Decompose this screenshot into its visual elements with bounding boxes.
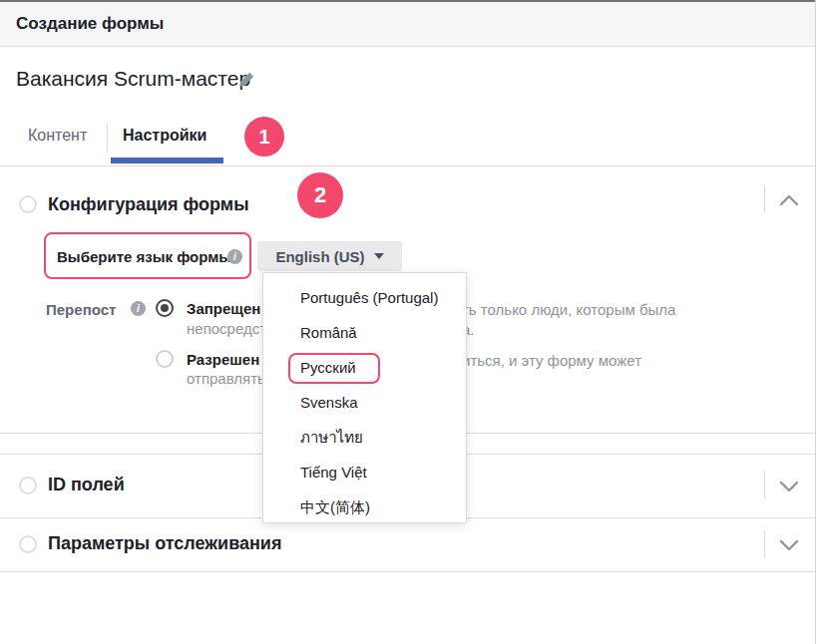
repost-allowed-desc-line2-left: отправлять [187, 370, 265, 387]
section-fieldids-circle[interactable] [19, 477, 37, 494]
active-tab-underline [111, 158, 223, 163]
tabs-bottom-border [0, 165, 815, 166]
language-select-button[interactable]: English (US) [257, 241, 402, 271]
tab-content[interactable]: Контент [28, 127, 87, 145]
section-fieldids-separator [764, 472, 765, 499]
section-config-separator [764, 185, 765, 213]
section-tracking-title[interactable]: Параметры отслеживания [48, 533, 281, 554]
dialog-header: Создание формы [0, 2, 815, 47]
dropdown-option-romana[interactable]: Română [263, 315, 466, 350]
repost-label: Перепост [46, 301, 116, 318]
info-icon[interactable]: i [131, 301, 146, 316]
form-builder-window: Создание формы Вакансия Scrum-мастер Кон… [0, 0, 816, 644]
repost-allowed-desc-line1: иться, и эту форму может [462, 352, 641, 369]
annotation-step-1-badge: 1 [244, 117, 284, 157]
annotation-russian-outline [288, 353, 380, 384]
chevron-down-icon[interactable] [776, 532, 802, 562]
language-selected-value: English (US) [275, 248, 364, 265]
tracking-section-bottom-border [0, 571, 815, 572]
radio-repost-allowed[interactable] [156, 350, 174, 368]
dropdown-option-svenska[interactable]: Svenska [263, 385, 466, 420]
repost-restricted-desc-line1: ть только люди, которым была [462, 301, 675, 318]
tab-settings[interactable]: Настройки [123, 127, 206, 145]
dialog-title: Создание формы [16, 2, 164, 46]
pencil-icon[interactable] [237, 70, 256, 93]
chevron-up-icon[interactable] [776, 187, 802, 217]
dropdown-option-chinese[interactable]: 中文(简体) [263, 489, 466, 524]
repost-restricted-desc-line2-left: непосредст [187, 320, 266, 337]
section-tracking-circle[interactable] [19, 535, 37, 553]
radio-repost-restricted[interactable] [156, 299, 174, 317]
dropdown-option-vietnamese[interactable]: Tiếng Việt [263, 455, 466, 489]
annotation-step-2-badge: 2 [297, 172, 343, 218]
tab-divider [107, 122, 108, 152]
caret-down-icon [374, 253, 384, 259]
annotation-language-outline [44, 232, 251, 279]
repost-option-allowed-label: Разрешен [187, 351, 259, 368]
section-config-title[interactable]: Конфигурация формы [48, 194, 249, 215]
section-tracking-separator [764, 530, 765, 558]
language-dropdown-menu: Português (Portugal) Română Русский Sven… [262, 272, 467, 523]
form-name: Вакансия Scrum-мастер [16, 67, 250, 91]
dropdown-option-portugues[interactable]: Português (Portugal) [263, 280, 466, 315]
section-config-circle[interactable] [19, 195, 37, 213]
repost-option-restricted-label: Запрещен [187, 300, 260, 317]
section-fieldids-title[interactable]: ID полей [48, 475, 125, 495]
chevron-down-icon[interactable] [776, 474, 802, 503]
dropdown-option-thai[interactable]: ภาษาไทย [263, 420, 466, 455]
